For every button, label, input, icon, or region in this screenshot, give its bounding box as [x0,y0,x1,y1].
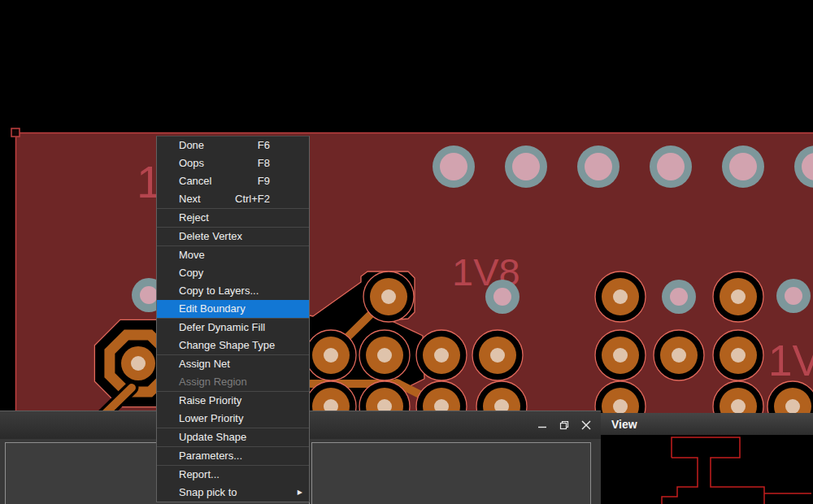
menu-item-delete-vertex[interactable]: Delete Vertex [157,228,309,245]
via-hole [670,288,688,306]
via-hole [657,153,685,180]
menu-item-assign-region: Assign Region [157,373,309,391]
via-hole [729,153,757,180]
net-label: 1V [768,337,813,385]
via-hole [585,153,612,180]
menu-item-done[interactable]: DoneF6 [157,137,309,154]
view-panel: View [601,413,813,504]
menu-item-defer-dynamic-fill[interactable]: Defer Dynamic Fill [157,319,309,337]
context-menu: DoneF6OopsF8CancelF9NextCtrl+F2RejectDel… [156,136,310,502]
menu-item-label: Move [179,249,205,261]
pad-hole [731,289,746,304]
menu-item-label: Lower Priority [179,412,243,424]
menu-item-shortcut: Ctrl+F2 [235,190,270,208]
submenu-arrow-icon: ▶ [298,484,302,502]
pad-hole [377,348,392,363]
menu-item-assign-net[interactable]: Assign Net [157,355,309,373]
pad-hole [490,348,505,363]
pad-hole [731,348,746,363]
via-hole [440,153,467,180]
menu-item-raise-priority[interactable]: Raise Priority [157,392,309,410]
menu-item-oops[interactable]: OopsF8 [157,154,309,172]
menu-item-label: Edit Boundary [179,302,246,315]
menu-item-report[interactable]: Report... [157,466,309,484]
menu-item-label: Snap pick to [179,486,237,498]
board-outline-preview [662,437,811,504]
view-preview-canvas[interactable] [601,435,813,504]
pad-hole [672,348,686,363]
menu-item-change-shape-type[interactable]: Change Shape Type [157,337,309,354]
view-panel-title: View [601,418,637,431]
menu-item-label: Change Shape Type [179,339,275,351]
menu-item-update-shape[interactable]: Update Shape [157,428,309,446]
menu-item-label: Done [179,139,204,151]
menu-item-cancel[interactable]: CancelF9 [157,172,309,190]
menu-item-label: Raise Priority [179,394,241,406]
menu-item-label: Report... [179,468,220,480]
pad-hole [613,289,628,304]
menu-item-label: Assign Region [179,376,247,388]
via-hole [785,287,802,305]
menu-item-label: Update Shape [179,431,246,443]
close-icon [581,420,591,430]
pad-hole [434,348,449,363]
menu-item-label: Next [179,193,201,205]
menu-item-label: Defer Dynamic Fill [179,321,265,333]
menu-item-next[interactable]: NextCtrl+F2 [157,190,309,208]
menu-item-copy-to-layers[interactable]: Copy to Layers... [157,282,309,300]
restore-button[interactable] [558,419,571,432]
menu-item-label: Oops [179,157,204,169]
menu-item-edit-boundary[interactable]: Edit Boundary [157,300,309,318]
pad-hole [613,399,628,414]
menu-item-label: Reject [179,211,209,224]
minimize-button[interactable] [536,419,549,432]
menu-item-parameters[interactable]: Parameters... [157,447,309,465]
window-panel-right [311,442,591,504]
view-panel-titlebar[interactable]: View [601,413,813,435]
via-hole [493,288,511,306]
menu-item-lower-priority[interactable]: Lower Priority [157,410,309,428]
octagon-pad-hole [131,356,146,371]
close-button[interactable] [580,419,593,432]
menu-item-label: Parameters... [179,450,242,462]
menu-item-shortcut: F6 [258,137,270,154]
menu-item-snap-pick-to[interactable]: Snap pick to▶ [157,484,309,502]
menu-item-label: Delete Vertex [179,230,242,242]
window-controls [536,419,593,432]
minimize-icon [537,420,547,430]
menu-item-copy[interactable]: Copy [157,264,309,282]
restore-icon [559,420,569,430]
app-screen: 11V81V [0,0,813,504]
menu-item-label: Copy to Layers... [179,285,259,297]
menu-item-reject[interactable]: Reject [157,209,309,227]
menu-item-label: Copy [179,267,203,279]
pad-hole [324,348,338,363]
menu-item-label: Assign Net [179,358,230,370]
menu-item-label: Cancel [179,175,211,187]
pad-hole [731,399,746,414]
via-hole [140,286,158,304]
menu-item-shortcut: F9 [258,172,270,190]
menu-item-shortcut: F8 [258,154,270,172]
pad-hole [381,289,396,304]
menu-item-move[interactable]: Move [157,246,309,264]
vertex-handle[interactable] [11,128,20,137]
pad-hole [613,348,628,363]
via-hole [512,153,540,180]
pad-hole [785,399,800,414]
